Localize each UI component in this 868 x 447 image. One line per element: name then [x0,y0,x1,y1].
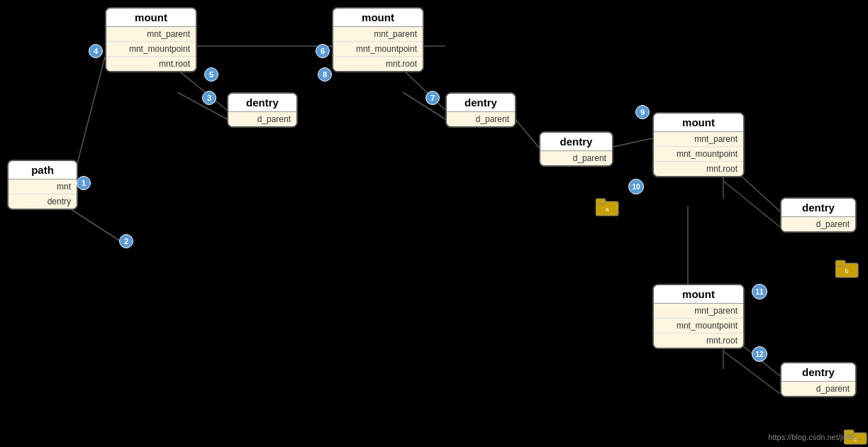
svg-rect-21 [835,260,845,266]
mount3-field-mntparent: mnt_parent [654,132,743,147]
dentry1-field-dparent: d_parent [228,112,296,126]
path-struct: path mnt dentry [7,160,78,210]
badge-10: 10 [628,179,644,194]
dentry5-struct: dentry d_parent [780,362,857,397]
mount1-struct: mount mnt_parent mnt_mountpoint mnt.root [105,7,197,72]
mount4-field-mntroot: mnt.root [654,333,743,348]
svg-line-15 [723,351,780,394]
mount1-field-mntroot: mnt.root [106,57,196,71]
dentry4-struct: dentry d_parent [780,197,857,233]
folder-b-icon: b [835,259,859,279]
badge-9: 9 [635,105,650,119]
dentry1-title: dentry [228,94,296,112]
mount4-field-mntmountpoint: mnt_mountpoint [654,319,743,333]
svg-line-11 [723,181,780,227]
mount3-title: mount [654,114,743,132]
folder-a-icon: a [596,197,620,217]
dentry3-struct: dentry d_parent [539,131,613,167]
dentry2-struct: dentry d_parent [445,92,516,128]
badge-8: 8 [318,67,332,82]
mount1-title: mount [106,9,196,27]
mount2-field-mntroot: mnt.root [333,57,423,71]
svg-text:b: b [845,267,848,275]
dentry2-field-dparent: d_parent [447,112,515,126]
dentry5-field-dparent: d_parent [781,382,855,396]
badge-3: 3 [202,91,216,105]
svg-line-3 [177,70,227,110]
badge-7: 7 [425,91,440,105]
mount4-field-mntparent: mnt_parent [654,304,743,319]
badge-2: 2 [119,234,133,248]
badge-12: 12 [752,346,767,362]
mount2-title: mount [333,9,423,27]
mount4-struct: mount mnt_parent mnt_mountpoint mnt.root [652,284,745,349]
mount3-field-mntmountpoint: mnt_mountpoint [654,147,743,162]
mount3-struct: mount mnt_parent mnt_mountpoint mnt.root [652,112,745,177]
diagram-container: path mnt dentry mount mnt_parent mnt_mou… [0,0,868,447]
path-title: path [9,161,77,180]
mount2-struct: mount mnt_parent mnt_mountpoint mnt.root [332,7,424,72]
mount2-field-mntparent: mnt_parent [333,27,423,42]
svg-line-1 [71,209,121,241]
badge-4: 4 [89,44,103,58]
dentry2-title: dentry [447,94,515,112]
watermark: https://blog.csdn.net/jinkir... [768,433,862,441]
svg-line-6 [403,70,445,110]
mount3-field-mntroot: mnt.root [654,162,743,176]
mount4-title: mount [654,285,743,304]
dentry3-field-dparent: d_parent [540,151,612,165]
mount2-field-mntmountpoint: mnt_mountpoint [333,42,423,57]
dentry1-struct: dentry d_parent [227,92,298,128]
dentry4-title: dentry [781,199,855,217]
dentry5-title: dentry [781,363,855,382]
badge-11: 11 [752,284,767,299]
badge-5: 5 [204,67,218,82]
svg-text:a: a [605,206,608,213]
badge-1: 1 [77,176,91,190]
mount1-field-mntparent: mnt_parent [106,27,196,42]
mount1-field-mntmountpoint: mnt_mountpoint [106,42,196,57]
dentry4-field-dparent: d_parent [781,217,855,231]
dentry3-title: dentry [540,133,612,151]
path-field-mnt: mnt [9,180,77,194]
badge-6: 6 [316,44,330,58]
svg-rect-18 [596,199,606,204]
path-field-dentry: dentry [9,194,77,209]
